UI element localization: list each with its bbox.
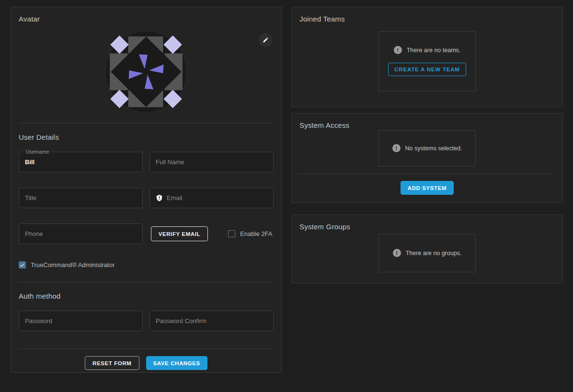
avatar-identicon-image [105, 31, 187, 113]
shield-alert-icon [156, 194, 163, 202]
enable-2fa-checkbox-row[interactable]: Enable 2FA [228, 230, 272, 237]
email-field [149, 188, 274, 208]
avatar [19, 31, 274, 113]
user-details-title: User Details [19, 133, 274, 141]
joined-teams-body: ! There are no teams. CREATE A NEW TEAM [299, 23, 555, 99]
full-name-field [149, 152, 274, 172]
system-access-empty-row: ! No systems selected. [392, 144, 462, 152]
user-details-fields: Username VERIFY EMAIL [19, 152, 274, 244]
check-icon [20, 262, 25, 268]
system-groups-title: System Groups [299, 223, 555, 231]
system-access-empty-box: ! No systems selected. [378, 130, 476, 167]
create-team-button[interactable]: CREATE A NEW TEAM [388, 63, 466, 76]
right-column: Joined Teams ! There are no teams. CREAT… [291, 7, 563, 373]
avatar-section-title: Avatar [19, 15, 274, 23]
phone-field [19, 224, 143, 244]
password-field [19, 311, 143, 331]
auth-method-title: Auth method [19, 292, 274, 300]
add-system-button[interactable]: ADD SYSTEM [401, 181, 454, 195]
user-profile-card: Avatar [11, 7, 282, 373]
full-name-input[interactable] [156, 158, 267, 166]
edit-avatar-button[interactable] [259, 33, 273, 47]
phone-input[interactable] [25, 230, 137, 237]
system-groups-body: ! There are no groups. [299, 231, 555, 275]
verify-email-button[interactable]: VERIFY EMAIL [151, 226, 208, 241]
pencil-icon [263, 37, 269, 43]
username-input[interactable] [25, 158, 137, 166]
enable-2fa-checkbox[interactable] [228, 230, 235, 237]
title-field [19, 188, 143, 208]
title-input[interactable] [25, 194, 137, 202]
divider [19, 282, 274, 282]
alert-icon: ! [394, 46, 402, 54]
joined-teams-card: Joined Teams ! There are no teams. CREAT… [291, 7, 563, 107]
username-field: Username [19, 152, 143, 172]
divider [19, 348, 274, 349]
admin-label: TrueCommand® Administrator [31, 261, 115, 269]
reset-form-button[interactable]: RESET FORM [85, 356, 139, 370]
admin-checkbox-row[interactable]: TrueCommand® Administrator [19, 261, 274, 269]
page: Avatar [0, 0, 573, 373]
admin-checkbox[interactable] [19, 261, 26, 269]
joined-teams-title: Joined Teams [299, 15, 555, 23]
save-changes-button[interactable]: SAVE CHANGES [146, 356, 207, 370]
alert-icon: ! [392, 144, 401, 152]
verify-2fa-cell: VERIFY EMAIL Enable 2FA [149, 224, 274, 244]
system-groups-empty-row: ! There are no groups. [393, 249, 462, 257]
auth-fields [19, 311, 274, 331]
username-label: Username [23, 148, 51, 156]
system-access-title: System Access [299, 121, 555, 129]
enable-2fa-label: Enable 2FA [240, 230, 272, 237]
joined-teams-empty-row: ! There are no teams. [394, 46, 461, 54]
system-groups-card: System Groups ! There are no groups. [291, 214, 563, 283]
form-actions: RESET FORM SAVE CHANGES [19, 356, 274, 370]
system-access-card: System Access ! No systems selected. ADD… [291, 113, 563, 203]
password-input[interactable] [25, 317, 137, 325]
email-input[interactable] [167, 194, 267, 202]
system-access-footer: ADD SYSTEM [299, 174, 555, 195]
system-access-empty-text: No systems selected. [405, 145, 462, 152]
joined-teams-empty-box: ! There are no teams. CREATE A NEW TEAM [378, 31, 476, 91]
password-confirm-input[interactable] [156, 317, 267, 325]
system-groups-empty-text: There are no groups. [406, 250, 462, 257]
joined-teams-empty-text: There are no teams. [407, 47, 461, 54]
alert-icon: ! [393, 249, 401, 257]
avatar-section: Avatar [19, 15, 274, 123]
divider [19, 123, 274, 123]
password-confirm-field [149, 311, 274, 331]
system-groups-empty-box: ! There are no groups. [378, 234, 476, 272]
system-access-body: ! No systems selected. [299, 129, 555, 167]
